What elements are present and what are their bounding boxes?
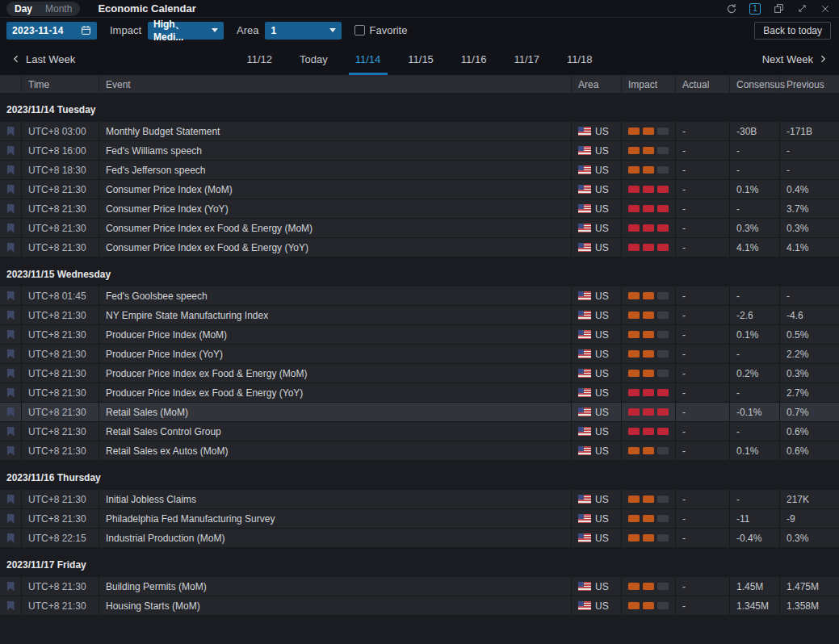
expand-icon[interactable]	[796, 3, 808, 15]
impact-cell	[622, 529, 676, 547]
area-code: US	[595, 445, 609, 457]
actual-value: -	[676, 596, 730, 615]
bookmark-icon[interactable]	[7, 165, 15, 175]
week-day-today[interactable]: Today	[286, 43, 342, 75]
event-row[interactable]: UTC+8 21:30Building Permits (MoM)US-1.45…	[0, 577, 839, 596]
pin-cell	[0, 422, 22, 441]
bookmark-icon[interactable]	[7, 224, 15, 233]
bookmark-icon[interactable]	[7, 427, 15, 437]
bookmark-icon[interactable]	[7, 582, 15, 592]
checkbox-box[interactable]	[354, 25, 365, 36]
event-row[interactable]: UTC+8 21:30Retail Sales ex Autos (MoM)US…	[0, 441, 839, 461]
actual-value: -	[676, 325, 730, 344]
bookmark-icon[interactable]	[7, 601, 15, 611]
bookmark-icon[interactable]	[7, 185, 15, 194]
event-time: UTC+8 21:30	[22, 490, 99, 508]
tab-month[interactable]: Month	[39, 2, 78, 16]
event-name: Retail Sales Control Group	[99, 422, 572, 441]
bookmark-icon[interactable]	[7, 311, 15, 320]
week-day-11-14[interactable]: 11/14	[342, 43, 395, 75]
chevron-down-icon	[212, 28, 218, 32]
bookmark-icon[interactable]	[7, 243, 15, 253]
consensus-value: -11	[730, 509, 780, 528]
previous-value: 0.3%	[780, 529, 839, 547]
last-week-button[interactable]: Last Week	[11, 53, 75, 65]
date-picker[interactable]: 2023-11-14	[6, 22, 97, 40]
area-select[interactable]: 1	[265, 22, 342, 40]
favorite-checkbox[interactable]: Favorite	[354, 24, 407, 36]
next-week-button[interactable]: Next Week	[762, 53, 828, 65]
bookmark-icon[interactable]	[7, 388, 15, 398]
area-code: US	[595, 581, 609, 592]
consensus-value: 0.2%	[730, 364, 780, 383]
week-day-11-15[interactable]: 11/15	[394, 43, 447, 75]
back-to-today-button[interactable]: Back to today	[754, 22, 831, 40]
event-row[interactable]: UTC+8 03:00Monthly Budget StatementUS--3…	[0, 122, 839, 141]
bookmark-icon[interactable]	[7, 204, 15, 214]
area-code: US	[595, 407, 609, 418]
week-day-11-12[interactable]: 11/12	[233, 43, 286, 75]
area-code: US	[595, 513, 609, 525]
bookmark-icon[interactable]	[7, 514, 15, 524]
event-row[interactable]: UTC+8 21:30Producer Price Index ex Food …	[0, 383, 839, 403]
refresh-icon[interactable]	[726, 3, 737, 15]
area-code: US	[595, 349, 609, 360]
actual-value: -	[676, 403, 730, 421]
header-previous: Previous	[780, 76, 839, 93]
bookmark-icon[interactable]	[7, 349, 15, 359]
us-flag-icon	[578, 165, 591, 174]
event-row[interactable]: UTC+8 21:30Retail Sales Control GroupUS-…	[0, 422, 839, 441]
bookmark-icon[interactable]	[7, 408, 15, 417]
event-row[interactable]: UTC+8 21:30Producer Price Index (YoY)US-…	[0, 345, 839, 364]
tab-day[interactable]: Day	[8, 2, 39, 16]
event-row[interactable]: UTC+8 21:30Retail Sales (MoM)US--0.1%0.7…	[0, 403, 839, 422]
restore-window-icon[interactable]	[773, 3, 784, 15]
bookmark-icon[interactable]	[7, 446, 15, 456]
event-row[interactable]: UTC+8 21:30Consumer Price Index ex Food …	[0, 238, 839, 257]
area-code: US	[595, 600, 609, 612]
bookmark-icon[interactable]	[7, 330, 15, 340]
panel-count-badge[interactable]: 1	[749, 3, 761, 15]
event-row[interactable]: UTC+8 21:30Producer Price Index (MoM)US-…	[0, 325, 839, 345]
bookmark-icon[interactable]	[7, 146, 15, 156]
week-day-11-16[interactable]: 11/16	[447, 43, 501, 75]
event-row[interactable]: UTC+8 01:45Fed's Goolsbee speechUS---	[0, 286, 839, 306]
impact-high-indicator	[628, 224, 669, 232]
week-day-11-17[interactable]: 11/17	[500, 43, 553, 75]
pin-cell	[0, 577, 22, 596]
us-flag-icon	[578, 185, 591, 194]
bookmark-icon[interactable]	[7, 533, 15, 543]
bookmark-icon[interactable]	[7, 127, 15, 136]
event-row[interactable]: UTC+8 18:30Fed's Jefferson speechUS---	[0, 161, 839, 180]
us-flag-icon	[578, 204, 591, 213]
actual-value: -	[676, 577, 730, 596]
us-flag-icon	[578, 291, 591, 300]
event-row[interactable]: UTC+8 22:15Industrial Production (MoM)US…	[0, 529, 839, 548]
pin-cell	[0, 199, 22, 218]
bookmark-icon[interactable]	[7, 291, 15, 301]
event-row[interactable]: UTC+8 21:30Housing Starts (MoM)US-1.345M…	[0, 596, 839, 616]
event-row[interactable]: UTC+8 21:30NY Empire State Manufacturing…	[0, 306, 839, 325]
impact-cell	[622, 180, 676, 199]
impact-select[interactable]: High、Medi...	[148, 22, 224, 40]
impact-high-indicator	[628, 428, 669, 435]
area-cell: US	[572, 577, 622, 596]
bookmark-icon[interactable]	[7, 495, 15, 504]
bookmark-icon[interactable]	[7, 369, 15, 378]
actual-value: -	[676, 306, 730, 324]
event-row[interactable]: UTC+8 21:30Consumer Price Index (YoY)US-…	[0, 199, 839, 219]
impact-high-indicator	[628, 205, 669, 212]
week-day-11-18[interactable]: 11/18	[553, 43, 606, 75]
area-code: US	[595, 165, 609, 176]
event-name: Fed's Williams speech	[99, 141, 572, 160]
area-cell: US	[572, 161, 622, 179]
consensus-value: 0.1%	[730, 441, 780, 460]
event-row[interactable]: UTC+8 21:30Philadelphia Fed Manufacturin…	[0, 509, 839, 529]
event-row[interactable]: UTC+8 21:30Initial Jobless ClaimsUS--217…	[0, 490, 839, 509]
area-cell: US	[572, 529, 622, 547]
event-row[interactable]: UTC+8 21:30Consumer Price Index ex Food …	[0, 219, 839, 238]
close-icon[interactable]	[820, 3, 831, 15]
event-row[interactable]: UTC+8 16:00Fed's Williams speechUS---	[0, 141, 839, 161]
event-row[interactable]: UTC+8 21:30Producer Price Index ex Food …	[0, 364, 839, 383]
event-row[interactable]: UTC+8 21:30Consumer Price Index (MoM)US-…	[0, 180, 839, 199]
